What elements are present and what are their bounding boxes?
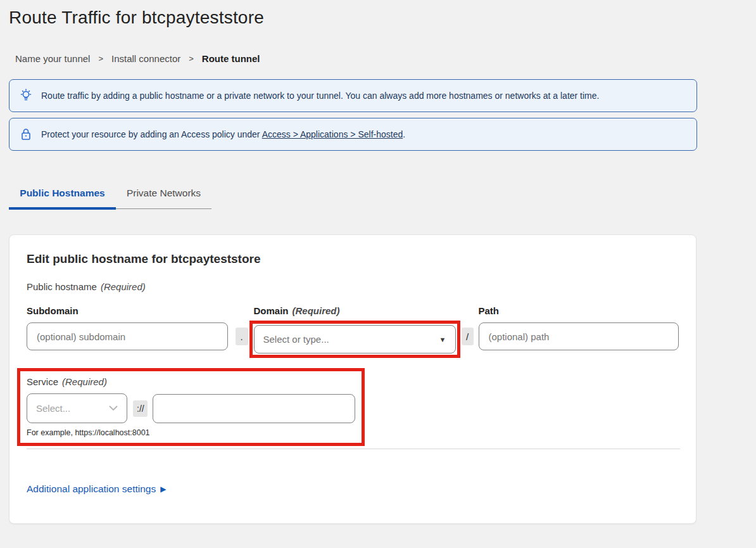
tab-public-hostnames[interactable]: Public Hostnames: [9, 184, 116, 208]
wizard-breadcrumb: Name your tunnel > Install connector > R…: [15, 53, 756, 64]
info-banner-route-traffic: Route traffic by adding a public hostnam…: [9, 79, 697, 112]
additional-application-settings-link[interactable]: Additional application settings ▶: [27, 483, 166, 495]
required-note: (Required): [293, 305, 340, 316]
slash-separator: /: [462, 328, 474, 345]
breadcrumb-separator: >: [189, 54, 194, 63]
section-divider: [27, 449, 680, 449]
card-title: Edit public hostname for btcpayteststore: [27, 252, 679, 266]
scheme-separator: ://: [133, 400, 148, 417]
service-helper-text: For example, https://localhost:8001: [27, 428, 355, 437]
chevron-down-icon: ▼: [439, 336, 446, 343]
service-url-input[interactable]: [153, 394, 355, 423]
breadcrumb-step-name-your-tunnel[interactable]: Name your tunnel: [15, 53, 90, 64]
collapsed-arrow-icon: ▶: [160, 485, 166, 494]
page-title: Route Traffic for btcpayteststore: [9, 8, 756, 28]
chevron-down-icon: [109, 405, 118, 411]
subdomain-input[interactable]: [27, 322, 228, 350]
access-policy-banner: Protect your resource by adding an Acces…: [9, 118, 697, 151]
service-type-placeholder: Select...: [36, 403, 109, 414]
required-note: (Required): [101, 281, 146, 292]
path-label: Path: [479, 305, 679, 316]
access-applications-self-hosted-link[interactable]: Access > Applications > Self-hosted: [262, 129, 403, 139]
path-field-group: Path: [479, 305, 679, 350]
breadcrumb-step-route-tunnel: Route tunnel: [202, 53, 260, 64]
lock-icon: [19, 127, 33, 142]
dot-separator: .: [236, 328, 248, 345]
service-type-select[interactable]: Select...: [27, 393, 127, 423]
subdomain-field-group: Subdomain: [27, 305, 228, 350]
domain-field-group: Domain(Required) Select or type... ▼: [249, 305, 460, 358]
highlight-box-domain: Select or type... ▼: [249, 321, 460, 358]
subdomain-label: Subdomain: [27, 305, 228, 316]
domain-label: Domain(Required): [254, 305, 460, 316]
path-input[interactable]: [479, 322, 679, 350]
breadcrumb-step-install-connector[interactable]: Install connector: [111, 53, 180, 64]
domain-select[interactable]: Select or type... ▼: [254, 325, 456, 354]
highlight-box-service: Service(Required) Select... :// For exam…: [17, 368, 365, 446]
edit-public-hostname-card: Edit public hostname for btcpayteststore…: [9, 234, 696, 524]
breadcrumb-separator: >: [98, 54, 103, 63]
service-row: Select... ://: [27, 393, 355, 423]
domain-select-placeholder: Select or type...: [263, 334, 439, 345]
service-section-label: Service(Required): [27, 376, 355, 387]
route-traffic-page: Route Traffic for btcpayteststore Name y…: [0, 0, 756, 548]
access-policy-banner-text: Protect your resource by adding an Acces…: [41, 129, 405, 139]
public-hostname-section-label: Public hostname(Required): [27, 281, 679, 292]
hostname-network-tabs: Public Hostnames Private Networks: [9, 184, 211, 209]
tab-private-networks[interactable]: Private Networks: [116, 184, 211, 208]
required-note: (Required): [62, 376, 107, 387]
info-banner-text: Route traffic by adding a public hostnam…: [41, 91, 599, 101]
public-hostname-row: Subdomain . Domain(Required) Select or t…: [27, 305, 679, 358]
lightbulb-icon: [19, 88, 33, 103]
